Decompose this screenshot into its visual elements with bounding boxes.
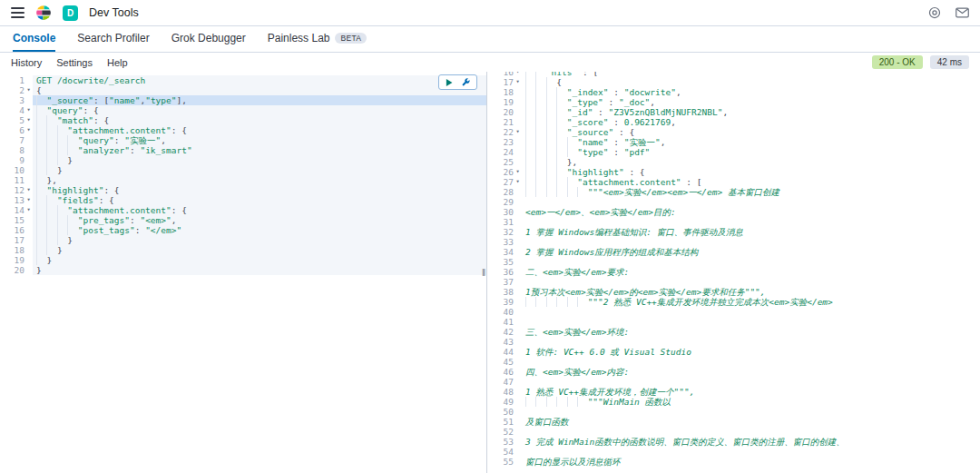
line-gutter: 28▾: [489, 187, 522, 197]
response-editor[interactable]: 16▾ "hits" : [17▾ {18▾ "_index" : "docwr…: [489, 72, 980, 467]
fold-toggle-icon[interactable]: ▾: [24, 105, 33, 115]
line-number: 54: [504, 447, 514, 457]
code-line: 39▾ """2 熟悉 VC++集成开发环境并独立完成本次<em>实验</em>: [489, 297, 980, 307]
code-line: 54▾: [489, 447, 980, 457]
line-number: 55: [504, 457, 514, 467]
line-gutter: 14▾: [0, 205, 33, 215]
devtools-tabs: ConsoleSearch ProfilerGrok DebuggerPainl…: [0, 26, 980, 53]
line-number: 50: [504, 407, 514, 417]
send-request-button[interactable]: [445, 78, 454, 87]
code-text: }: [33, 255, 486, 265]
line-gutter: 5▾: [0, 115, 33, 125]
line-number: 7: [19, 135, 24, 145]
request-options-button[interactable]: [461, 77, 471, 87]
fold-toggle-icon[interactable]: ▾: [24, 125, 33, 135]
line-number: 51: [504, 417, 514, 427]
line-number: 42: [504, 327, 514, 337]
line-number: 1: [19, 75, 24, 85]
line-gutter: 17▾: [0, 235, 33, 245]
line-number: 32: [504, 227, 514, 237]
line-number: 18: [504, 87, 514, 97]
fold-toggle-icon[interactable]: ▾: [24, 185, 33, 195]
menu-icon[interactable]: [11, 7, 24, 18]
code-text: "fields": {: [33, 195, 486, 205]
code-text: "attachment.content": {: [33, 205, 486, 215]
code-text: [522, 277, 980, 287]
fold-toggle-icon[interactable]: ▾: [514, 167, 522, 177]
drag-handle-icon: ‖: [482, 268, 485, 278]
line-number: 53: [504, 437, 514, 447]
line-number: 31: [504, 217, 514, 227]
line-number: 38: [504, 287, 514, 297]
line-number: 3: [19, 95, 24, 105]
code-line: 25▾ },: [489, 157, 980, 167]
code-line: 55▾窗口的显示以及消息循环: [489, 457, 980, 467]
tab-painless-lab[interactable]: Painless LabBETA: [268, 26, 368, 52]
line-gutter: 53▾: [489, 437, 522, 447]
code-text: "type" : "pdf": [522, 147, 980, 157]
beta-badge: BETA: [335, 33, 367, 44]
request-editor[interactable]: 1▾GET /docwrite/_search2▾{3▾ "_source": …: [0, 72, 486, 275]
code-line: 49▾ """WinMain 函数以: [489, 397, 980, 407]
code-text: [522, 357, 980, 367]
code-text: [522, 427, 980, 437]
code-text: "post_tags": "</em>": [33, 225, 486, 235]
line-number: 30: [504, 207, 514, 217]
fold-toggle-icon[interactable]: ▾: [514, 177, 522, 187]
code-text: {: [522, 77, 980, 87]
menubar-item-history[interactable]: History: [11, 57, 42, 68]
fold-toggle-icon[interactable]: ▾: [514, 127, 522, 137]
line-gutter: 21▾: [489, 117, 522, 127]
line-number: 43: [504, 337, 514, 347]
code-text: }: [33, 235, 486, 245]
fold-toggle-icon[interactable]: ▾: [24, 205, 33, 215]
code-line: 48▾1 熟悉 VC++集成开发环境，创建一个""",: [489, 387, 980, 397]
help-icon[interactable]: [928, 6, 941, 19]
line-gutter: 25▾: [489, 157, 522, 167]
line-number: 15: [15, 215, 24, 225]
tab-search-profiler[interactable]: Search Profiler: [77, 26, 149, 52]
line-number: 24: [504, 147, 514, 157]
fold-toggle-icon[interactable]: ▾: [24, 115, 33, 125]
code-line: 52▾: [489, 427, 980, 437]
line-gutter: 12▾: [0, 185, 33, 195]
line-number: 20: [15, 265, 24, 275]
fold-toggle-icon[interactable]: ▾: [514, 77, 522, 87]
line-number: 47: [504, 377, 514, 387]
line-gutter: 36▾: [489, 267, 522, 277]
fold-toggle-icon[interactable]: ▾: [24, 195, 33, 205]
code-line: 17▾ }: [0, 235, 486, 245]
code-line: 21▾ "_score" : 0.9621769,: [489, 117, 980, 127]
line-gutter: 34▾: [489, 247, 522, 257]
code-text: "_source" : {: [522, 127, 980, 137]
code-line: 1▾GET /docwrite/_search: [0, 75, 486, 85]
line-gutter: 51▾: [489, 417, 522, 427]
line-number: 28: [504, 187, 514, 197]
newsfeed-envelope-icon[interactable]: [956, 7, 969, 18]
menubar-item-help[interactable]: Help: [107, 57, 128, 68]
line-gutter: 15▾: [0, 215, 33, 225]
line-gutter: 43▾: [489, 337, 522, 347]
code-line: 28▾ """<em>实验</em><em>一</em> 基本窗口创建: [489, 187, 980, 197]
line-number: 29: [504, 197, 514, 207]
duration-badge: 42 ms: [930, 55, 969, 69]
request-actions: [438, 74, 477, 90]
code-text: 窗口的显示以及消息循环: [522, 457, 980, 467]
line-gutter: 22▾: [489, 127, 522, 137]
line-number: 36: [504, 267, 514, 277]
code-text: [522, 407, 980, 417]
tab-console[interactable]: Console: [13, 26, 55, 52]
response-panel: 16▾ "hits" : [17▾ {18▾ "_index" : "docwr…: [489, 72, 980, 473]
code-line: 36▾二、<em>实验</em>要求:: [489, 267, 980, 277]
tab-grok-debugger[interactable]: Grok Debugger: [172, 26, 246, 52]
line-gutter: 16▾: [0, 225, 33, 235]
fold-toggle-icon[interactable]: ▾: [24, 85, 33, 95]
code-line: 34▾2 掌握 Windows应用程序的组成和基本结构: [489, 247, 980, 257]
code-text: """<em>实验</em><em>一</em> 基本窗口创建: [522, 187, 980, 197]
code-text: [522, 257, 980, 267]
line-gutter: 54▾: [489, 447, 522, 457]
elastic-logo-icon: [35, 5, 52, 21]
menubar-item-settings[interactable]: Settings: [56, 57, 93, 68]
code-text: 及窗口函数: [522, 417, 980, 427]
space-badge[interactable]: D: [63, 5, 78, 21]
